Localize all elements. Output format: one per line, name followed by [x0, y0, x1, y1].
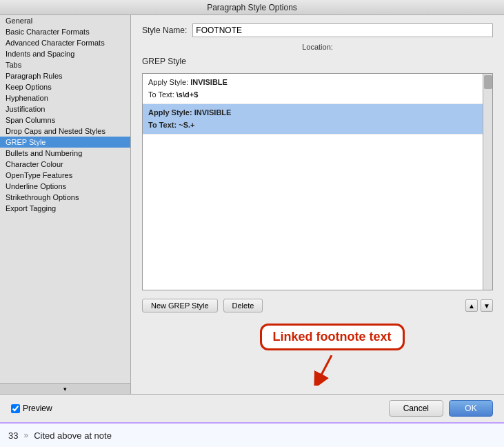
- bottom-bar: Preview Cancel OK: [0, 394, 504, 422]
- style-name-row: Style Name:: [142, 23, 493, 37]
- footnote-arrow: »: [23, 430, 28, 440]
- location-row: Location:: [142, 43, 493, 51]
- sidebar-item[interactable]: Underline Options: [0, 181, 130, 192]
- footnote-bar: 33 » Cited above at note: [0, 422, 504, 447]
- grep-row[interactable]: Apply Style: INVISIBLE To Text: \s\d+$: [143, 74, 483, 104]
- grep-table-scrollbar[interactable]: [483, 74, 492, 290]
- preview-checkbox[interactable]: [11, 404, 20, 413]
- annotation-area: Linked footnote text: [142, 324, 493, 386]
- style-name-label: Style Name:: [142, 26, 187, 35]
- sidebar-item[interactable]: General: [0, 15, 130, 26]
- grep-table[interactable]: Apply Style: INVISIBLE To Text: \s\d+$Ap…: [142, 73, 493, 290]
- sidebar-item[interactable]: Keep Options: [0, 81, 130, 92]
- sidebar-item[interactable]: GREP Style: [0, 137, 130, 148]
- sidebar: GeneralBasic Character FormatsAdvanced C…: [0, 15, 131, 394]
- bottom-buttons: Cancel OK: [389, 400, 493, 417]
- sidebar-item[interactable]: Indents and Spacing: [0, 48, 130, 59]
- sidebar-item[interactable]: Drop Caps and Nested Styles: [0, 126, 130, 137]
- svg-line-1: [318, 355, 332, 381]
- footnote-text: Cited above at note: [34, 430, 112, 441]
- move-up-button[interactable]: ▲: [465, 299, 478, 312]
- grep-style-label: GREP Style: [142, 57, 493, 66]
- new-grep-style-button[interactable]: New GREP Style: [142, 299, 218, 312]
- scroll-thumb: [484, 75, 492, 89]
- sidebar-item[interactable]: Character Colour: [0, 159, 130, 170]
- sidebar-scroll-down[interactable]: ▾: [0, 383, 130, 394]
- sidebar-item[interactable]: Basic Character Formats: [0, 26, 130, 37]
- window-title: Paragraph Style Options: [0, 0, 504, 15]
- arrow-buttons: ▲ ▼: [465, 299, 493, 312]
- main-content: Style Name: Location: GREP Style Apply S…: [131, 15, 504, 394]
- preview-label: Preview: [23, 404, 52, 413]
- sidebar-item[interactable]: Paragraph Rules: [0, 70, 130, 81]
- delete-button[interactable]: Delete: [223, 299, 263, 312]
- sidebar-list: GeneralBasic Character FormatsAdvanced C…: [0, 15, 130, 383]
- move-down-button[interactable]: ▼: [481, 299, 493, 312]
- sidebar-item[interactable]: Tabs: [0, 59, 130, 70]
- sidebar-item[interactable]: Span Columns: [0, 115, 130, 126]
- sidebar-item[interactable]: Advanced Character Formats: [0, 37, 130, 48]
- sidebar-item[interactable]: Hyphenation: [0, 92, 130, 103]
- annotation-arrow: [311, 355, 366, 386]
- sidebar-item[interactable]: Bullets and Numbering: [0, 148, 130, 159]
- grep-rows-wrapper: Apply Style: INVISIBLE To Text: \s\d+$Ap…: [143, 74, 483, 135]
- annotation-bubble: Linked footnote text: [260, 324, 405, 350]
- sidebar-item[interactable]: Justification: [0, 103, 130, 115]
- preview-check: Preview: [11, 404, 52, 413]
- style-name-input[interactable]: [192, 23, 493, 37]
- footnote-number: 33: [8, 430, 18, 441]
- sidebar-item[interactable]: Export Tagging: [0, 203, 130, 214]
- ok-button[interactable]: OK: [449, 400, 493, 417]
- sidebar-item[interactable]: OpenType Features: [0, 170, 130, 181]
- sidebar-item[interactable]: Strikethrough Options: [0, 192, 130, 203]
- grep-buttons-row: New GREP Style Delete ▲ ▼: [142, 299, 493, 312]
- grep-row[interactable]: Apply Style: INVISIBLE To Text: ~S.+: [143, 104, 483, 135]
- cancel-button[interactable]: Cancel: [389, 400, 443, 417]
